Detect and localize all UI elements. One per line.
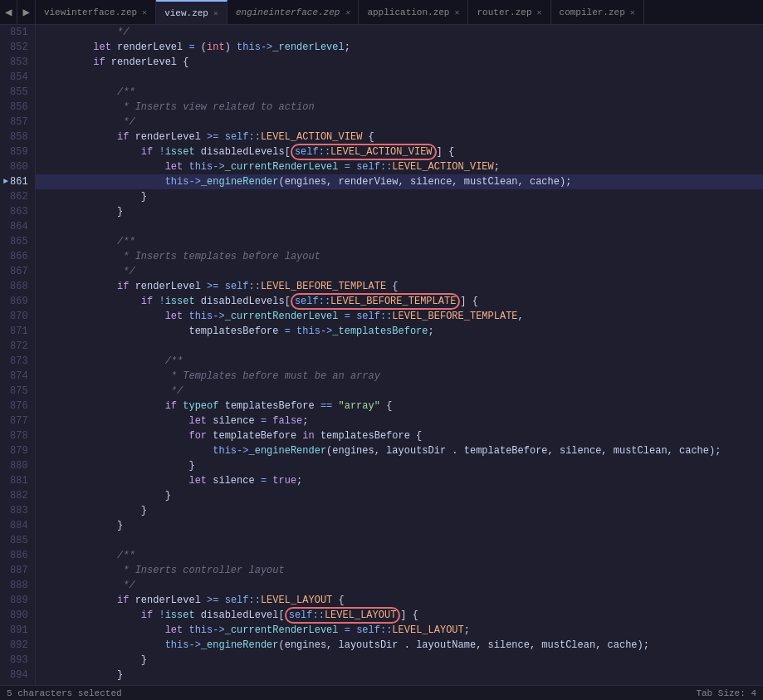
gutter-862: 862 — [3, 189, 28, 204]
tab-label: engineinterface.zep — [236, 7, 340, 17]
gutter-876: 876 — [3, 399, 28, 414]
line-885 — [36, 533, 763, 548]
line-878: for templateBefore in templatesBefore { — [36, 428, 763, 443]
tab-label: view.zep — [164, 8, 208, 18]
line-871: templatesBefore = this->_templatesBefore… — [36, 324, 763, 339]
line-882: } — [36, 488, 763, 503]
line-894: } — [36, 668, 763, 683]
tab-router[interactable]: router.zep ✕ — [468, 0, 550, 24]
code-content[interactable]: */ let renderLevel = (int) this->_render… — [36, 25, 763, 685]
line-853: if renderLevel { — [36, 55, 763, 70]
line-884: } — [36, 518, 763, 533]
tab-engineinterface[interactable]: engineinterface.zep ✕ — [227, 0, 359, 24]
gutter-889: 889 — [3, 593, 28, 608]
gutter-891: 891 — [3, 623, 28, 638]
gutter-851: 851 — [3, 25, 28, 40]
gutter-864: 864 — [3, 219, 28, 234]
gutter-890: 890 — [3, 608, 28, 623]
line-883: } — [36, 503, 763, 518]
line-890: if !isset disabledLevel[self::LEVEL_LAYO… — [36, 608, 763, 623]
line-880: } — [36, 458, 763, 473]
status-tab-size: Tab Size: 4 — [696, 688, 756, 698]
gutter-868: 868 — [3, 279, 28, 294]
gutter-863: 863 — [3, 204, 28, 219]
tab-close-viewinterface[interactable]: ✕ — [142, 7, 147, 17]
gutter-883: 883 — [3, 503, 28, 518]
tab-application[interactable]: application.zep ✕ — [359, 0, 468, 24]
line-879: this->_engineRender(engines, layoutsDir … — [36, 443, 763, 458]
gutter-875: 875 — [3, 384, 28, 399]
status-selection: 5 characters selected — [7, 688, 122, 698]
line-862: } — [36, 189, 763, 204]
current-line-arrow: ► — [3, 174, 8, 189]
gutter-870: 870 — [3, 309, 28, 324]
line-858: if renderLevel >= self::LEVEL_ACTION_VIE… — [36, 130, 763, 144]
line-865: /** — [36, 234, 763, 249]
line-873: /** — [36, 354, 763, 369]
line-888: */ — [36, 578, 763, 593]
line-891: let this->_currentRenderLevel = self::LE… — [36, 623, 763, 638]
line-860: let this->_currentRenderLevel = self::LE… — [36, 159, 763, 174]
gutter-861: ►861 — [3, 174, 28, 189]
line-857: */ — [36, 115, 763, 130]
line-876: if typeof templatesBefore == "array" { — [36, 399, 763, 414]
line-866: * Inserts templates before layout — [36, 249, 763, 264]
gutter-872: 872 — [3, 339, 28, 354]
tab-compiler[interactable]: compiler.zep ✕ — [551, 0, 644, 24]
line-874: * Templates before must be an array — [36, 369, 763, 384]
gutter-878: 878 — [3, 428, 28, 443]
gutter-894: 894 — [3, 668, 28, 683]
gutter-892: 892 — [3, 638, 28, 653]
gutter-874: 874 — [3, 369, 28, 384]
line-886: /** — [36, 548, 763, 563]
tab-close-view[interactable]: ✕ — [213, 8, 218, 18]
line-893: } — [36, 653, 763, 668]
gutter-884: 884 — [3, 518, 28, 533]
tab-label: router.zep — [477, 7, 531, 17]
tab-label: compiler.zep — [560, 7, 625, 17]
gutter-866: 866 — [3, 249, 28, 264]
gutter-886: 886 — [3, 548, 28, 563]
gutter-855: 855 — [3, 85, 28, 100]
tab-nav-back[interactable]: ◀ — [0, 0, 17, 24]
line-870: let this->_currentRenderLevel = self::LE… — [36, 309, 763, 324]
line-851: */ — [36, 25, 763, 40]
tab-close-router[interactable]: ✕ — [537, 7, 542, 17]
gutter-859: 859 — [3, 144, 28, 159]
tab-close-application[interactable]: ✕ — [454, 7, 459, 17]
gutter-856: 856 — [3, 100, 28, 115]
line-854 — [36, 70, 763, 85]
line-889: if renderLevel >= self::LEVEL_LAYOUT { — [36, 593, 763, 608]
tab-close-compiler[interactable]: ✕ — [630, 7, 635, 17]
gutter-858: 858 — [3, 130, 28, 144]
line-877: let silence = false; — [36, 414, 763, 428]
line-869: if !isset disabledLevels[self::LEVEL_BEF… — [36, 294, 763, 309]
tab-bar: ◀ ▶ viewinterface.zep ✕ view.zep ✕ engin… — [0, 0, 763, 25]
gutter-881: 881 — [3, 473, 28, 488]
tab-viewinterface[interactable]: viewinterface.zep ✕ — [36, 0, 156, 24]
gutter-860: 860 — [3, 159, 28, 174]
line-872 — [36, 339, 763, 354]
gutter-877: 877 — [3, 414, 28, 428]
tab-label: viewinterface.zep — [44, 7, 137, 17]
tab-nav-forward[interactable]: ▶ — [17, 0, 35, 24]
tab-view[interactable]: view.zep ✕ — [156, 0, 227, 24]
line-numbers: 851 852 853 854 855 856 857 858 859 860 … — [0, 25, 36, 685]
gutter-873: 873 — [3, 354, 28, 369]
gutter-854: 854 — [3, 70, 28, 85]
gutter-869: 869 — [3, 294, 28, 309]
gutter-857: 857 — [3, 115, 28, 130]
line-867: */ — [36, 264, 763, 279]
gutter-893: 893 — [3, 653, 28, 668]
line-855: /** — [36, 85, 763, 100]
gutter-853: 853 — [3, 55, 28, 70]
tab-close-engineinterface[interactable]: ✕ — [345, 7, 350, 17]
line-892: this->_engineRender(engines, layoutsDir … — [36, 638, 763, 653]
line-887: * Inserts controller layout — [36, 563, 763, 578]
line-861: this->_engineRender(engines, renderView,… — [36, 174, 763, 189]
gutter-879: 879 — [3, 443, 28, 458]
gutter-888: 888 — [3, 578, 28, 593]
gutter-882: 882 — [3, 488, 28, 503]
tab-label: application.zep — [367, 7, 449, 17]
line-859: if !isset disabledLevels[self::LEVEL_ACT… — [36, 144, 763, 159]
